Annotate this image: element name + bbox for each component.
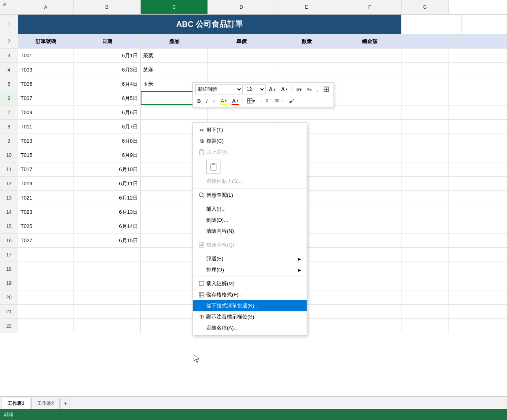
cell-f5[interactable]	[338, 77, 401, 91]
bold-btn[interactable]: B	[195, 96, 203, 106]
ctx-insert[interactable]: 插入(I)...	[193, 203, 307, 215]
table-border-btn[interactable]	[322, 84, 331, 94]
cell-g6[interactable]	[401, 91, 449, 105]
cell-b4[interactable]: 6月3日	[74, 63, 141, 77]
cell-g10[interactable]	[401, 148, 449, 162]
cell-c3[interactable]: 茶葉	[141, 49, 208, 62]
cell-a4[interactable]: T003	[18, 63, 74, 77]
cell-b6[interactable]: 6月5日	[74, 91, 141, 105]
highlight-btn[interactable]: A ▾	[219, 96, 229, 106]
ctx-quick-analysis[interactable]: 快速分析(Q)	[193, 239, 307, 250]
cell-f6[interactable]	[338, 91, 401, 105]
cell-g4[interactable]	[401, 63, 449, 77]
cell-b9[interactable]: 6月8日	[74, 134, 141, 148]
cell-f10[interactable]	[338, 148, 401, 162]
cell-f12[interactable]	[338, 177, 401, 190]
cell-a16[interactable]: T027	[18, 234, 74, 247]
cell-a9[interactable]: T013	[18, 134, 74, 148]
ctx-insert-comment[interactable]: 插入註解(M)	[193, 278, 307, 289]
sheet-tab-2[interactable]: 工作表2	[31, 398, 60, 409]
ctx-phonetic[interactable]: 中 顯示注音標示欄位(S)	[193, 311, 307, 322]
cell-b10[interactable]: 6月9日	[74, 148, 141, 162]
cell-b12[interactable]: 6月11日	[74, 177, 141, 190]
col-header-D[interactable]: D	[208, 0, 275, 14]
cell-g3[interactable]	[401, 49, 449, 62]
borders-btn[interactable]: ▾	[245, 96, 257, 106]
ctx-delete[interactable]: 刪除(D)...	[193, 215, 307, 226]
decrease-font-btn[interactable]: A▼	[279, 84, 290, 94]
format-painter-btn[interactable]: 🖌	[287, 96, 296, 106]
cell-g11[interactable]	[401, 162, 449, 176]
cell-g15[interactable]	[401, 219, 449, 233]
cell-a6[interactable]: T007	[18, 91, 74, 105]
col-header-C[interactable]: C	[141, 0, 208, 14]
dollar-btn[interactable]: $▾	[294, 84, 304, 94]
col-header-A[interactable]: A	[18, 0, 74, 14]
decrease-decimal-btn[interactable]: .00→	[271, 96, 286, 106]
cell-b3[interactable]: 6月1日	[74, 49, 141, 62]
add-sheet-button[interactable]: +	[60, 399, 70, 408]
cell-g16[interactable]	[401, 234, 449, 247]
cell-b16[interactable]: 6月15日	[74, 234, 141, 247]
ctx-copy[interactable]: ⧉ 複製(C)	[193, 136, 307, 147]
cell-a7[interactable]: T009	[18, 105, 74, 119]
ctx-sort[interactable]: 排序(O) ▶	[193, 264, 307, 275]
ctx-clear-content[interactable]: 清除內容(N)	[193, 226, 307, 237]
cell-b8[interactable]: 6月7日	[74, 120, 141, 134]
cell-d3[interactable]	[208, 49, 275, 62]
cell-a14[interactable]: T023	[18, 205, 74, 219]
cell-g12[interactable]	[401, 177, 449, 190]
cell-a8[interactable]: T011	[18, 120, 74, 134]
comma-btn[interactable]: ,	[315, 84, 320, 94]
sheet-tab-1[interactable]: 工作表1	[2, 398, 30, 409]
ctx-cut[interactable]: ✂ 剪下(T)	[193, 124, 307, 136]
cell-a3[interactable]: T001	[18, 49, 74, 62]
col-header-G[interactable]: G	[401, 0, 449, 14]
cell-f8[interactable]	[338, 120, 401, 134]
cell-f14[interactable]	[338, 205, 401, 219]
cell-g1[interactable]	[462, 15, 507, 34]
col-header-B[interactable]: B	[74, 0, 141, 14]
align-btn[interactable]: ≡	[211, 96, 218, 106]
cell-a15[interactable]: T025	[18, 219, 74, 233]
cell-g2[interactable]	[401, 34, 449, 48]
col-header-F[interactable]: F	[338, 0, 401, 14]
cell-f15[interactable]	[338, 219, 401, 233]
cell-b14[interactable]: 6月13日	[74, 205, 141, 219]
cell-d4[interactable]	[208, 63, 275, 77]
cell-c4[interactable]: 芝麻	[141, 63, 208, 77]
cell-f7[interactable]	[338, 105, 401, 119]
ctx-selective-paste[interactable]: 選擇性貼上(S)...	[193, 176, 307, 187]
font-size-select[interactable]: 12	[244, 84, 266, 94]
ctx-dropdown-pick[interactable]: 從下拉式清單挑選(K)...	[193, 300, 307, 311]
cell-f3[interactable]	[338, 49, 401, 62]
cell-g14[interactable]	[401, 205, 449, 219]
cell-f9[interactable]	[338, 134, 401, 148]
cell-g8[interactable]	[401, 120, 449, 134]
paste-clipboard-icon[interactable]	[206, 160, 221, 174]
cell-f4[interactable]	[338, 63, 401, 77]
cell-g5[interactable]	[401, 77, 449, 91]
cell-a11[interactable]: T017	[18, 162, 74, 176]
ctx-smart-lookup[interactable]: 智慧查閱(L)	[193, 190, 307, 201]
cell-f16[interactable]	[338, 234, 401, 247]
cell-a12[interactable]: T019	[18, 177, 74, 190]
cell-e3[interactable]	[275, 49, 338, 62]
cell-g9[interactable]	[401, 134, 449, 148]
cell-f1[interactable]	[401, 15, 462, 34]
cell-a10[interactable]: T015	[18, 148, 74, 162]
cell-b5[interactable]: 6月4日	[74, 77, 141, 91]
italic-btn[interactable]: I	[204, 96, 209, 106]
ctx-define-name[interactable]: 定義名稱(A)...	[193, 322, 307, 333]
cell-b13[interactable]: 6月12日	[74, 191, 141, 205]
cell-b7[interactable]: 6月6日	[74, 105, 141, 119]
col-header-E[interactable]: E	[275, 0, 338, 14]
cell-a13[interactable]: T021	[18, 191, 74, 205]
cell-b15[interactable]: 6月14日	[74, 219, 141, 233]
cell-b11[interactable]: 6月10日	[74, 162, 141, 176]
increase-decimal-btn[interactable]: ←.0	[258, 96, 270, 106]
cell-g7[interactable]	[401, 105, 449, 119]
percent-btn[interactable]: %	[305, 84, 314, 94]
font-color-btn[interactable]: A ▾	[230, 96, 240, 106]
cell-g13[interactable]	[401, 191, 449, 205]
